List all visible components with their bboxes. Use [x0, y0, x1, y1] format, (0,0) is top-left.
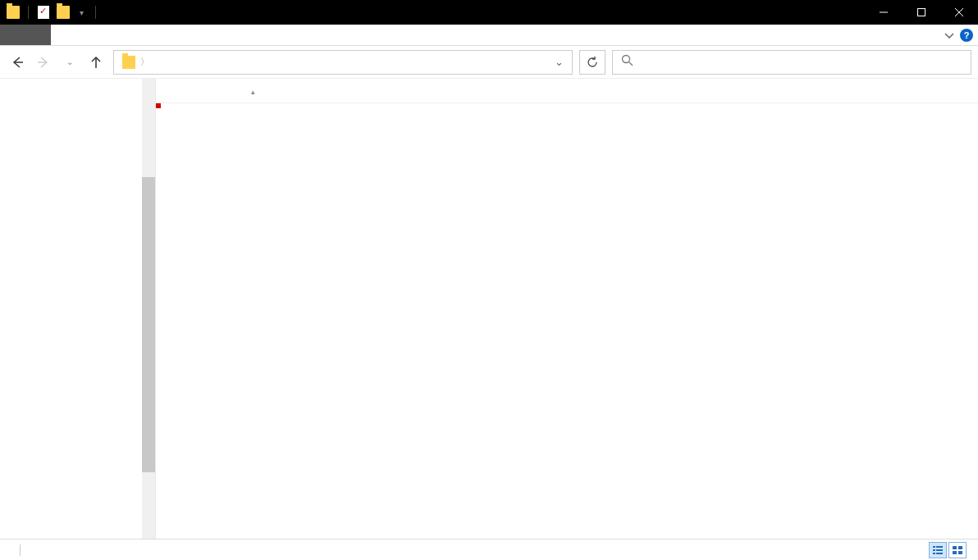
view-details-button[interactable] [929, 542, 947, 558]
back-button[interactable] [10, 55, 25, 70]
app-folder-icon [7, 6, 20, 19]
svg-rect-15 [953, 546, 957, 549]
recent-dropdown-icon[interactable]: ⌄ [62, 55, 77, 70]
sidebar-scrollbar[interactable] [142, 79, 155, 539]
svg-rect-18 [958, 551, 962, 554]
qat-dropdown-icon[interactable]: ▾ [76, 8, 87, 17]
column-headers: ▴ [156, 79, 978, 103]
address-folder-icon [122, 56, 135, 69]
svg-rect-10 [936, 546, 943, 548]
address-bar[interactable]: 〉 ⌄ [113, 50, 573, 75]
minimize-button[interactable] [865, 0, 903, 25]
svg-rect-11 [933, 549, 935, 551]
search-box[interactable] [612, 50, 971, 75]
svg-rect-17 [953, 551, 957, 554]
tab-file[interactable] [0, 25, 51, 45]
svg-rect-16 [958, 546, 962, 549]
column-name[interactable]: ▴ [156, 84, 427, 97]
refresh-button[interactable] [579, 50, 606, 75]
maximize-button[interactable] [903, 0, 940, 25]
nav-bar: ⌄ 〉 ⌄ [0, 46, 978, 79]
forward-button[interactable] [36, 55, 51, 70]
svg-rect-14 [936, 553, 943, 554]
file-list-pane: ▴ [156, 79, 978, 539]
svg-rect-13 [933, 553, 935, 554]
qat-properties-icon[interactable] [37, 6, 50, 19]
search-icon [621, 54, 633, 70]
title-bar: ▾ [0, 0, 978, 25]
collapse-ribbon-icon[interactable] [944, 30, 955, 41]
search-input[interactable] [642, 56, 962, 68]
close-button[interactable] [940, 0, 978, 25]
svg-rect-12 [936, 549, 943, 551]
tab-home[interactable] [51, 25, 80, 45]
navigation-pane [0, 79, 156, 539]
chevron-right-icon[interactable]: 〉 [135, 56, 154, 68]
sort-indicator-icon: ▴ [251, 88, 255, 96]
svg-line-8 [629, 62, 633, 66]
annotation-highlight [156, 103, 161, 108]
address-dropdown-icon[interactable]: ⌄ [550, 56, 569, 68]
tab-share[interactable] [80, 25, 110, 45]
view-large-icons-button[interactable] [948, 542, 967, 558]
up-button[interactable] [89, 55, 103, 70]
svg-point-7 [623, 56, 630, 63]
help-button[interactable]: ? [960, 29, 973, 42]
status-bar [0, 539, 978, 560]
ribbon-tabs: ? [0, 25, 978, 46]
svg-rect-9 [933, 546, 935, 548]
qat-newfolder-icon[interactable] [57, 6, 70, 19]
tab-view[interactable] [110, 25, 139, 45]
svg-rect-1 [918, 9, 925, 16]
